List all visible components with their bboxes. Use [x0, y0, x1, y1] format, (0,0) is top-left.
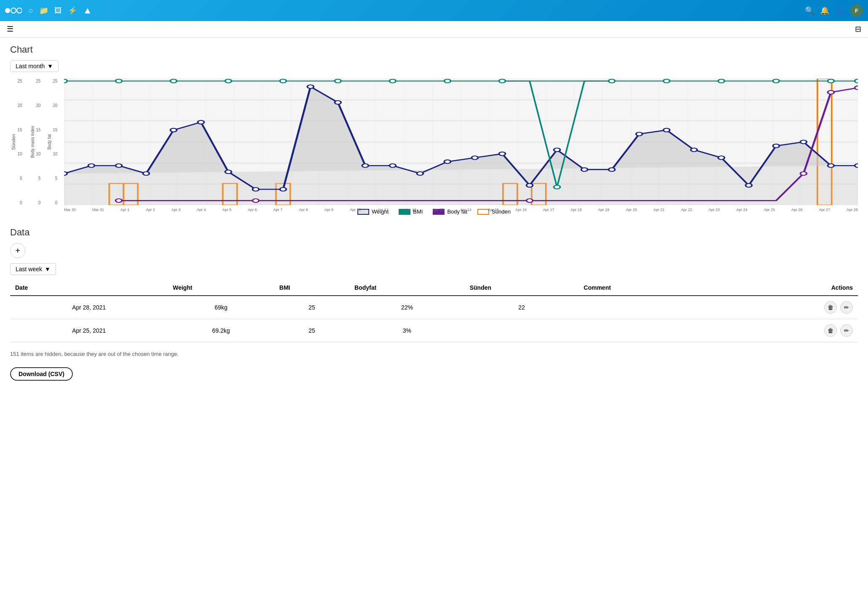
svg-point-38	[581, 168, 588, 171]
row2-actions: 🗑 ✏	[713, 319, 858, 342]
chart-filter-arrow: ▼	[47, 63, 53, 69]
row1-weight: 69kg	[168, 296, 274, 319]
nav-icon-bolt[interactable]: ⚡	[68, 6, 77, 15]
svg-point-55	[389, 79, 396, 83]
svg-point-25	[225, 170, 232, 174]
data-filter-dropdown[interactable]: Last week ▼	[10, 263, 56, 275]
row1-date: Apr 28, 2021	[10, 296, 168, 319]
data-table: Date Weight BMI Bodyfat Sünden Comment A…	[10, 280, 858, 342]
chart-svg	[64, 79, 858, 205]
table-header: Date Weight BMI Bodyfat Sünden Comment A…	[10, 280, 858, 296]
col-comment: Comment	[579, 280, 713, 296]
bodyfat-axis-label: Body fat	[47, 134, 52, 150]
download-csv-button[interactable]: Download (CSV)	[10, 367, 73, 381]
svg-point-67	[527, 199, 533, 203]
y-axis-bmi: 25 20 15 10 5 0 Body mass index	[30, 79, 47, 205]
add-entry-button[interactable]: +	[10, 243, 25, 258]
svg-point-36	[527, 184, 533, 187]
row1-actions: 🗑 ✏	[713, 296, 858, 319]
svg-point-31	[389, 164, 396, 168]
y-axes: 25 20 15 10 5 0 Sünden 25 20	[10, 79, 64, 205]
chart-title: Chart	[10, 44, 858, 55]
table-row: Apr 25, 2021 69.2kg 25 3% 🗑 ✏	[10, 319, 858, 342]
row2-comment	[579, 319, 713, 342]
svg-point-0	[5, 8, 10, 13]
svg-point-26	[253, 187, 259, 191]
bmi-axis-label: Body mass index	[30, 126, 35, 158]
svg-point-68	[800, 172, 807, 176]
app-logo[interactable]	[5, 5, 22, 16]
svg-point-48	[855, 164, 858, 168]
svg-point-45	[773, 144, 779, 148]
row2-weight: 69.2kg	[168, 319, 274, 342]
contacts-icon[interactable]: 👤	[835, 6, 844, 15]
bell-icon[interactable]: 🔔	[820, 6, 829, 15]
svg-point-63	[828, 79, 834, 83]
row2-bmi: 25	[274, 319, 350, 342]
svg-point-62	[773, 79, 779, 83]
svg-point-39	[609, 168, 615, 171]
row2-bodyfat: 3%	[349, 319, 465, 342]
svg-point-46	[800, 140, 807, 144]
svg-point-57	[499, 79, 506, 83]
svg-point-61	[718, 79, 724, 83]
table-header-row: Date Weight BMI Bodyfat Sünden Comment A…	[10, 280, 858, 296]
svg-point-41	[663, 128, 670, 132]
search-icon[interactable]: 🔍	[805, 6, 814, 15]
svg-point-22	[143, 172, 149, 176]
data-filter-arrow: ▼	[45, 266, 51, 272]
user-avatar[interactable]: F	[850, 4, 863, 17]
svg-point-37	[554, 148, 560, 152]
svg-point-47	[828, 164, 834, 168]
filter-icon[interactable]: ⊟	[855, 24, 861, 34]
svg-point-70	[855, 86, 858, 90]
row1-actions-cell: 🗑 ✏	[718, 301, 853, 314]
chart-area: 25 20 15 10 5 0 Sünden 25 20	[10, 79, 858, 214]
table-body: Apr 28, 2021 69kg 25 22% 22 🗑 ✏ Apr 25, …	[10, 296, 858, 342]
nav-icon-image[interactable]: 🖼	[54, 6, 62, 15]
svg-point-20	[88, 164, 95, 168]
hamburger-menu[interactable]: ☰	[7, 24, 13, 34]
svg-point-42	[691, 148, 697, 152]
top-navigation: ○ 📁 🖼 ⚡ ▲ 🔍 🔔 👤 F	[0, 0, 868, 21]
svg-point-64	[855, 79, 858, 83]
svg-point-40	[636, 132, 642, 136]
col-weight: Weight	[168, 280, 274, 296]
col-date: Date	[10, 280, 168, 296]
row2-delete-button[interactable]: 🗑	[824, 324, 837, 337]
chart-wrapper: 25 20 15 10 5 0 Sünden 25 20	[10, 79, 858, 205]
svg-point-2	[17, 8, 22, 13]
nav-icon-chart[interactable]: ▲	[83, 5, 92, 16]
row1-comment	[579, 296, 713, 319]
data-filter-label: Last week	[16, 266, 42, 272]
row2-date: Apr 25, 2021	[10, 319, 168, 342]
y-axis-sunden: 25 20 15 10 5 0 Sünden	[10, 79, 30, 205]
svg-point-54	[335, 79, 341, 83]
row2-sunden	[465, 319, 579, 342]
sunden-axis-label: Sünden	[11, 134, 16, 150]
y-axis-bodyfat: 25 20 15 10 5 0 Body fat	[47, 79, 64, 205]
svg-point-1	[11, 8, 16, 13]
row1-bmi: 25	[274, 296, 350, 319]
svg-point-34	[471, 156, 478, 160]
svg-point-65	[116, 199, 122, 203]
svg-point-56	[444, 79, 450, 83]
svg-point-60	[663, 79, 670, 83]
svg-point-49	[64, 79, 67, 83]
svg-point-30	[362, 164, 368, 168]
row1-delete-button[interactable]: 🗑	[824, 301, 837, 314]
svg-point-24	[198, 120, 204, 124]
svg-point-32	[417, 172, 423, 176]
svg-point-44	[746, 184, 752, 187]
chart-filter-dropdown[interactable]: Last month ▼	[10, 60, 59, 72]
svg-point-19	[64, 172, 67, 176]
row2-edit-button[interactable]: ✏	[840, 324, 853, 337]
nav-icon-circle[interactable]: ○	[29, 6, 33, 15]
x-axis-labels: Mar 30 Mar 31 Apr 1 Apr 2 Apr 3 Apr 4 Ap…	[64, 208, 858, 212]
col-bodyfat: Bodyfat	[349, 280, 465, 296]
row1-edit-button[interactable]: ✏	[840, 301, 853, 314]
svg-point-33	[444, 160, 450, 164]
svg-point-23	[170, 128, 177, 132]
svg-point-52	[225, 79, 232, 83]
nav-icon-folder[interactable]: 📁	[39, 6, 48, 15]
